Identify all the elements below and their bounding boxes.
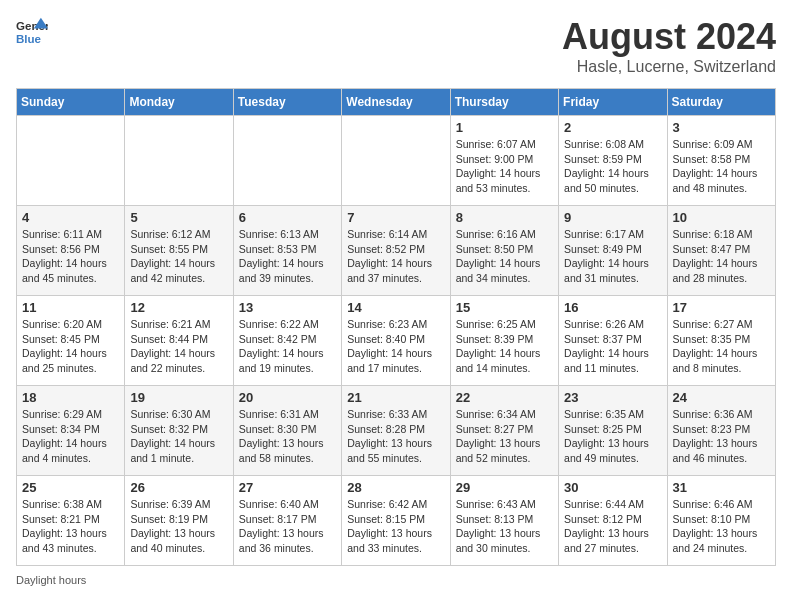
day-info: Sunrise: 6:20 AM Sunset: 8:45 PM Dayligh…: [22, 317, 119, 376]
calendar-cell: 27Sunrise: 6:40 AM Sunset: 8:17 PM Dayli…: [233, 476, 341, 566]
day-number: 31: [673, 480, 770, 495]
calendar-cell: 25Sunrise: 6:38 AM Sunset: 8:21 PM Dayli…: [17, 476, 125, 566]
calendar-cell: 16Sunrise: 6:26 AM Sunset: 8:37 PM Dayli…: [559, 296, 667, 386]
day-info: Sunrise: 6:11 AM Sunset: 8:56 PM Dayligh…: [22, 227, 119, 286]
day-number: 19: [130, 390, 227, 405]
calendar-cell: [233, 116, 341, 206]
day-info: Sunrise: 6:40 AM Sunset: 8:17 PM Dayligh…: [239, 497, 336, 556]
calendar-cell: 9Sunrise: 6:17 AM Sunset: 8:49 PM Daylig…: [559, 206, 667, 296]
calendar-cell: 3Sunrise: 6:09 AM Sunset: 8:58 PM Daylig…: [667, 116, 775, 206]
day-header-thursday: Thursday: [450, 89, 558, 116]
day-header-wednesday: Wednesday: [342, 89, 450, 116]
calendar-cell: 6Sunrise: 6:13 AM Sunset: 8:53 PM Daylig…: [233, 206, 341, 296]
day-number: 17: [673, 300, 770, 315]
day-info: Sunrise: 6:26 AM Sunset: 8:37 PM Dayligh…: [564, 317, 661, 376]
day-info: Sunrise: 6:38 AM Sunset: 8:21 PM Dayligh…: [22, 497, 119, 556]
calendar-cell: [342, 116, 450, 206]
day-number: 21: [347, 390, 444, 405]
day-info: Sunrise: 6:44 AM Sunset: 8:12 PM Dayligh…: [564, 497, 661, 556]
calendar-cell: [125, 116, 233, 206]
calendar-table: SundayMondayTuesdayWednesdayThursdayFrid…: [16, 88, 776, 566]
calendar-cell: 31Sunrise: 6:46 AM Sunset: 8:10 PM Dayli…: [667, 476, 775, 566]
calendar-cell: 12Sunrise: 6:21 AM Sunset: 8:44 PM Dayli…: [125, 296, 233, 386]
calendar-cell: 5Sunrise: 6:12 AM Sunset: 8:55 PM Daylig…: [125, 206, 233, 296]
calendar-cell: 8Sunrise: 6:16 AM Sunset: 8:50 PM Daylig…: [450, 206, 558, 296]
day-number: 24: [673, 390, 770, 405]
day-number: 25: [22, 480, 119, 495]
day-info: Sunrise: 6:21 AM Sunset: 8:44 PM Dayligh…: [130, 317, 227, 376]
day-info: Sunrise: 6:46 AM Sunset: 8:10 PM Dayligh…: [673, 497, 770, 556]
day-number: 7: [347, 210, 444, 225]
day-header-monday: Monday: [125, 89, 233, 116]
location-title: Hasle, Lucerne, Switzerland: [562, 58, 776, 76]
day-header-friday: Friday: [559, 89, 667, 116]
day-number: 16: [564, 300, 661, 315]
calendar-week-row: 4Sunrise: 6:11 AM Sunset: 8:56 PM Daylig…: [17, 206, 776, 296]
day-info: Sunrise: 6:43 AM Sunset: 8:13 PM Dayligh…: [456, 497, 553, 556]
footer-note: Daylight hours: [16, 574, 776, 586]
calendar-cell: 15Sunrise: 6:25 AM Sunset: 8:39 PM Dayli…: [450, 296, 558, 386]
day-info: Sunrise: 6:17 AM Sunset: 8:49 PM Dayligh…: [564, 227, 661, 286]
calendar-header-row: SundayMondayTuesdayWednesdayThursdayFrid…: [17, 89, 776, 116]
day-number: 10: [673, 210, 770, 225]
calendar-cell: 18Sunrise: 6:29 AM Sunset: 8:34 PM Dayli…: [17, 386, 125, 476]
day-info: Sunrise: 6:12 AM Sunset: 8:55 PM Dayligh…: [130, 227, 227, 286]
logo-icon: General Blue: [16, 16, 48, 48]
calendar-cell: 19Sunrise: 6:30 AM Sunset: 8:32 PM Dayli…: [125, 386, 233, 476]
logo: General Blue: [16, 16, 48, 48]
day-header-sunday: Sunday: [17, 89, 125, 116]
day-number: 18: [22, 390, 119, 405]
day-info: Sunrise: 6:13 AM Sunset: 8:53 PM Dayligh…: [239, 227, 336, 286]
calendar-cell: 10Sunrise: 6:18 AM Sunset: 8:47 PM Dayli…: [667, 206, 775, 296]
day-info: Sunrise: 6:08 AM Sunset: 8:59 PM Dayligh…: [564, 137, 661, 196]
calendar-cell: 23Sunrise: 6:35 AM Sunset: 8:25 PM Dayli…: [559, 386, 667, 476]
day-info: Sunrise: 6:42 AM Sunset: 8:15 PM Dayligh…: [347, 497, 444, 556]
day-info: Sunrise: 6:09 AM Sunset: 8:58 PM Dayligh…: [673, 137, 770, 196]
day-info: Sunrise: 6:33 AM Sunset: 8:28 PM Dayligh…: [347, 407, 444, 466]
calendar-cell: 7Sunrise: 6:14 AM Sunset: 8:52 PM Daylig…: [342, 206, 450, 296]
day-header-saturday: Saturday: [667, 89, 775, 116]
day-number: 9: [564, 210, 661, 225]
day-info: Sunrise: 6:29 AM Sunset: 8:34 PM Dayligh…: [22, 407, 119, 466]
day-number: 2: [564, 120, 661, 135]
day-number: 30: [564, 480, 661, 495]
day-info: Sunrise: 6:23 AM Sunset: 8:40 PM Dayligh…: [347, 317, 444, 376]
day-number: 20: [239, 390, 336, 405]
day-number: 11: [22, 300, 119, 315]
day-number: 6: [239, 210, 336, 225]
day-number: 22: [456, 390, 553, 405]
svg-text:Blue: Blue: [16, 33, 42, 45]
calendar-cell: 4Sunrise: 6:11 AM Sunset: 8:56 PM Daylig…: [17, 206, 125, 296]
day-info: Sunrise: 6:31 AM Sunset: 8:30 PM Dayligh…: [239, 407, 336, 466]
calendar-cell: 2Sunrise: 6:08 AM Sunset: 8:59 PM Daylig…: [559, 116, 667, 206]
day-info: Sunrise: 6:07 AM Sunset: 9:00 PM Dayligh…: [456, 137, 553, 196]
day-info: Sunrise: 6:39 AM Sunset: 8:19 PM Dayligh…: [130, 497, 227, 556]
month-year-title: August 2024: [562, 16, 776, 58]
day-info: Sunrise: 6:34 AM Sunset: 8:27 PM Dayligh…: [456, 407, 553, 466]
day-info: Sunrise: 6:25 AM Sunset: 8:39 PM Dayligh…: [456, 317, 553, 376]
day-info: Sunrise: 6:30 AM Sunset: 8:32 PM Dayligh…: [130, 407, 227, 466]
calendar-cell: [17, 116, 125, 206]
day-number: 29: [456, 480, 553, 495]
calendar-cell: 29Sunrise: 6:43 AM Sunset: 8:13 PM Dayli…: [450, 476, 558, 566]
calendar-cell: 14Sunrise: 6:23 AM Sunset: 8:40 PM Dayli…: [342, 296, 450, 386]
calendar-cell: 1Sunrise: 6:07 AM Sunset: 9:00 PM Daylig…: [450, 116, 558, 206]
calendar-cell: 24Sunrise: 6:36 AM Sunset: 8:23 PM Dayli…: [667, 386, 775, 476]
day-number: 4: [22, 210, 119, 225]
day-info: Sunrise: 6:36 AM Sunset: 8:23 PM Dayligh…: [673, 407, 770, 466]
day-number: 13: [239, 300, 336, 315]
day-info: Sunrise: 6:16 AM Sunset: 8:50 PM Dayligh…: [456, 227, 553, 286]
day-number: 3: [673, 120, 770, 135]
calendar-cell: 30Sunrise: 6:44 AM Sunset: 8:12 PM Dayli…: [559, 476, 667, 566]
calendar-cell: 20Sunrise: 6:31 AM Sunset: 8:30 PM Dayli…: [233, 386, 341, 476]
day-header-tuesday: Tuesday: [233, 89, 341, 116]
day-info: Sunrise: 6:35 AM Sunset: 8:25 PM Dayligh…: [564, 407, 661, 466]
calendar-week-row: 18Sunrise: 6:29 AM Sunset: 8:34 PM Dayli…: [17, 386, 776, 476]
day-info: Sunrise: 6:22 AM Sunset: 8:42 PM Dayligh…: [239, 317, 336, 376]
calendar-cell: 13Sunrise: 6:22 AM Sunset: 8:42 PM Dayli…: [233, 296, 341, 386]
calendar-cell: 21Sunrise: 6:33 AM Sunset: 8:28 PM Dayli…: [342, 386, 450, 476]
calendar-cell: 28Sunrise: 6:42 AM Sunset: 8:15 PM Dayli…: [342, 476, 450, 566]
day-number: 1: [456, 120, 553, 135]
day-number: 14: [347, 300, 444, 315]
calendar-week-row: 11Sunrise: 6:20 AM Sunset: 8:45 PM Dayli…: [17, 296, 776, 386]
